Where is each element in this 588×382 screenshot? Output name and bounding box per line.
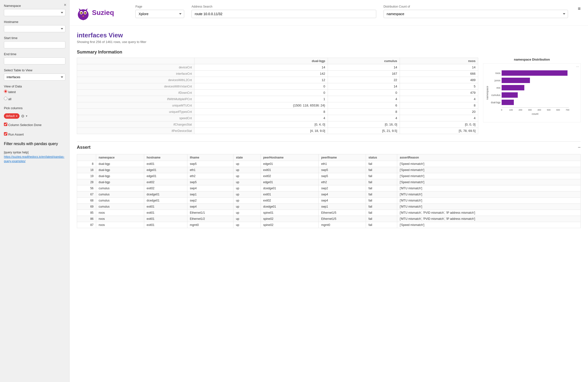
th-peerHostname: peerHostname bbox=[261, 154, 319, 161]
page-select[interactable]: Xplore Status Path bbox=[135, 10, 184, 18]
assert-title: Assert bbox=[77, 145, 90, 150]
summary-cell: 142 bbox=[194, 70, 328, 77]
query-link[interactable]: https://suzieq.readthedocs.io/en/latest/… bbox=[4, 155, 64, 163]
radio-latest[interactable]: latest bbox=[4, 90, 65, 94]
column-selection-done-checkbox[interactable] bbox=[4, 123, 7, 126]
assert-cell-hostname: dcedge01 bbox=[144, 191, 187, 198]
summary-cell: 8 bbox=[328, 109, 400, 115]
assert-cell-peerIfname: Ethernet1/5 bbox=[319, 210, 366, 216]
assert-cell-num: 18 bbox=[77, 167, 96, 173]
radio-latest-input[interactable] bbox=[4, 90, 7, 93]
summary-cell: 167 bbox=[328, 70, 400, 77]
radio-all-input[interactable] bbox=[4, 97, 7, 100]
hostname-section: Hostname bbox=[4, 20, 65, 32]
table-row: 28dual-bgpexit02swp5upedge01eth2fail['Sp… bbox=[77, 179, 581, 185]
assert-cell-assertReason: ['Speed mismatch'] bbox=[397, 222, 581, 228]
chevron-down-icon: ▾ bbox=[26, 114, 27, 118]
assert-cell-peerHostname: dcedge01 bbox=[261, 204, 319, 210]
gear-button[interactable]: ⚙ bbox=[21, 114, 24, 118]
assert-cell-num: 19 bbox=[77, 173, 96, 179]
assert-cell-assertReason: ['Speed mismatch'] bbox=[397, 161, 581, 167]
assert-cell-status: fail bbox=[366, 167, 397, 173]
summary-cell: 1 bbox=[194, 96, 328, 102]
table-row: 68cumulusdcedge01swp2upexit02swp4fail['M… bbox=[77, 198, 581, 204]
summary-cell: 4 bbox=[400, 96, 478, 102]
summary-cell: 20 bbox=[400, 109, 478, 115]
hostname-select[interactable] bbox=[4, 25, 65, 32]
start-time-label: Start time bbox=[4, 36, 65, 40]
table-row: uniqueMTUCnt{1500: 118, 65536: 24}68 bbox=[77, 102, 478, 109]
sidebar-close-button[interactable]: × bbox=[64, 2, 66, 8]
assert-cell-peerIfname: Ethernet1/5 bbox=[319, 216, 366, 222]
table-row: devicesWithVxlanCnt0145 bbox=[77, 83, 478, 90]
table-row: 8dual-bgpexit01swp5upedge01eth1fail['Spe… bbox=[77, 161, 581, 167]
table-row: ifDownCnt00479 bbox=[77, 90, 478, 96]
y-label-junos: junos bbox=[494, 79, 500, 82]
summary-cell: 0 bbox=[328, 90, 400, 96]
radio-all[interactable]: all bbox=[4, 97, 65, 101]
svg-text:600: 600 bbox=[556, 109, 560, 111]
assert-cell-status: fail bbox=[366, 222, 397, 228]
namespace-select[interactable] bbox=[4, 9, 65, 16]
column-selection-done-item[interactable]: Column Selection Done bbox=[4, 123, 65, 127]
assert-cell-state: up bbox=[233, 216, 261, 222]
assert-cell-num: 8 bbox=[77, 161, 96, 167]
distribution-select[interactable]: namespace hostname ifname bbox=[383, 10, 568, 18]
columns-actions: default × ⚙ ▾ bbox=[4, 113, 65, 119]
th-assertReason: assertReason bbox=[397, 154, 581, 161]
y-label-eos: eos bbox=[497, 87, 500, 89]
assert-cell-namespace: nxos bbox=[96, 216, 144, 222]
summary-cell: 4 bbox=[328, 115, 400, 121]
bar-dual-bgp bbox=[502, 100, 514, 105]
summary-row-label: ifDownCnt bbox=[77, 90, 194, 96]
assert-cell-namespace: nxos bbox=[96, 210, 144, 216]
summary-cell: 14 bbox=[400, 64, 478, 70]
table-row: speedCnt444 bbox=[77, 115, 478, 121]
assert-table: namespace hostname ifname state peerHost… bbox=[77, 154, 581, 228]
select-table-select[interactable]: interfaces routes bgp macs bbox=[4, 73, 65, 81]
hamburger-button[interactable]: ≡ bbox=[578, 5, 581, 11]
assert-cell-state: up bbox=[233, 191, 261, 198]
run-assert-checkbox[interactable] bbox=[4, 132, 7, 135]
run-assert-label: Run Assert bbox=[8, 133, 24, 136]
svg-text:400: 400 bbox=[538, 109, 541, 111]
assert-cell-status: fail bbox=[366, 198, 397, 204]
summary-cell: [0, 16, 0] bbox=[328, 121, 400, 128]
summary-row-label: speedCnt bbox=[77, 115, 194, 121]
summary-cell: 4 bbox=[400, 115, 478, 121]
th-namespace: namespace bbox=[96, 154, 144, 161]
summary-cell: 5 bbox=[400, 83, 478, 90]
assert-collapse-button[interactable]: − bbox=[578, 145, 581, 150]
summary-cell: 12 bbox=[194, 77, 328, 83]
run-assert-item[interactable]: Run Assert bbox=[4, 132, 65, 136]
assert-cell-namespace: dual-bgp bbox=[96, 167, 144, 173]
logo-area: Suzieq bbox=[77, 5, 126, 21]
summary-row-label: uniqueIfTypesCnt bbox=[77, 109, 194, 115]
table-row: 69cumulusexit01swp4updcedge01swp1fail['M… bbox=[77, 204, 581, 210]
summary-cell: 8 bbox=[400, 102, 478, 109]
sidebar: × Namespace Hostname Start time End time… bbox=[0, 0, 69, 382]
address-search-input[interactable] bbox=[191, 10, 376, 18]
start-time-input[interactable] bbox=[4, 41, 65, 48]
assert-cell-ifname: eth1 bbox=[187, 167, 233, 173]
th-ifname: ifname bbox=[187, 154, 233, 161]
view-of-data-label: View of Data bbox=[4, 85, 65, 88]
columns-dropdown-button[interactable]: ▾ bbox=[26, 114, 27, 118]
assert-cell-peerHostname: dcedge01 bbox=[261, 185, 319, 191]
end-time-input[interactable] bbox=[4, 57, 65, 65]
bar-cumulus bbox=[502, 92, 518, 98]
summary-cell: 14 bbox=[194, 64, 328, 70]
bar-chart: namespace nxos jun bbox=[486, 66, 578, 120]
tag-close-icon[interactable]: × bbox=[16, 114, 18, 118]
filter-section: Filter results with pandas query bbox=[4, 142, 65, 146]
summary-cell: 8 bbox=[194, 109, 328, 115]
summary-cell: 0 bbox=[194, 90, 328, 96]
assert-cell-status: fail bbox=[366, 191, 397, 198]
table-row: 67cumulusdcedge01swp1upexit01swp4fail['M… bbox=[77, 191, 581, 198]
assert-cell-num: 69 bbox=[77, 204, 96, 210]
chart-more-icon[interactable]: ··· bbox=[576, 65, 579, 68]
y-label-nxos: nxos bbox=[495, 72, 500, 74]
table-row: 87nxosexit01mgmt0upspine02mgmt0fail['Spe… bbox=[77, 222, 581, 228]
svg-text:300: 300 bbox=[528, 109, 532, 111]
assert-cell-ifname: Ethernet1/2 bbox=[187, 216, 233, 222]
